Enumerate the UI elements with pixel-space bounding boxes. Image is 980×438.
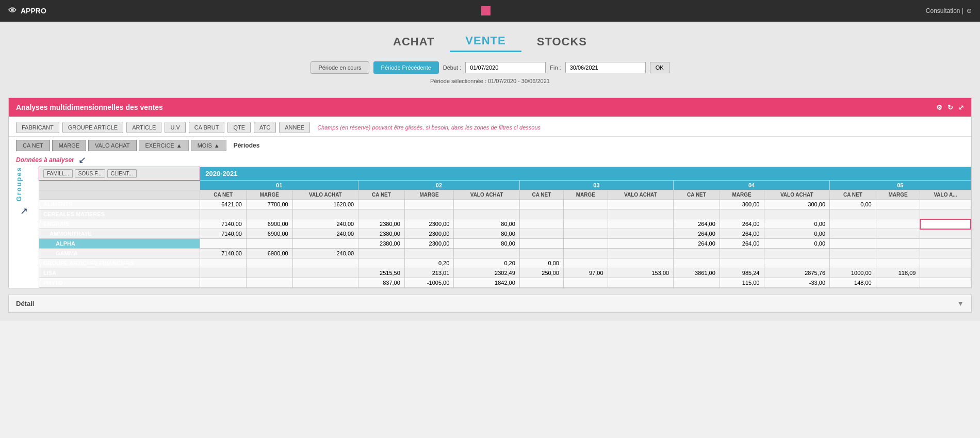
gamma-p03-canet xyxy=(519,249,563,258)
chip-sous-famille[interactable]: SOUS-F... xyxy=(75,169,105,178)
cereales-p02-canet xyxy=(358,209,405,219)
period-current-btn[interactable]: Période en cours xyxy=(311,61,369,74)
cereales-p01-canet xyxy=(200,209,247,219)
panel-expand-icon[interactable]: ⤢ xyxy=(958,104,964,111)
panel-refresh-icon[interactable]: ↻ xyxy=(948,104,953,111)
chip-annee[interactable]: ANNEE xyxy=(279,122,310,133)
aliments-p03-marge xyxy=(563,200,608,209)
ammo-p05-canet xyxy=(830,229,876,239)
period-selected-label: Période sélectionnée : 01/07/2020 - 30/0… xyxy=(0,76,980,89)
panel-settings-icon[interactable]: ⚙ xyxy=(936,104,942,111)
period-01-header: 01 xyxy=(200,181,358,190)
debut-input[interactable] xyxy=(465,62,546,73)
chip-valo-achat[interactable]: VALO ACHAT xyxy=(88,140,136,151)
engrais-p04-marge: 264,00 xyxy=(720,219,764,229)
chip-ca-brut[interactable]: CA BRUT xyxy=(189,122,225,133)
lisa-p01-canet xyxy=(200,268,247,278)
chip-exercice[interactable]: EXERCICE ▲ xyxy=(139,140,189,151)
ok-btn[interactable]: OK xyxy=(650,62,669,73)
engrais-p02-valo: 80,00 xyxy=(454,219,520,229)
phyto-p03-marge xyxy=(563,278,608,288)
col-p04-canet: CA NET xyxy=(674,190,720,200)
lisa-p02-canet: 2515,50 xyxy=(358,268,405,278)
gamma-p05-marge xyxy=(876,249,920,258)
chip-mois[interactable]: MOIS ▲ xyxy=(191,140,226,151)
chip-client[interactable]: CLIENT... xyxy=(107,169,137,178)
ammo-p02-marge: 2300,00 xyxy=(404,229,453,239)
chip-atc[interactable]: ATC xyxy=(254,122,276,133)
group-cell-gaf: GROUPE ARTICLES FINANCIERS xyxy=(39,258,200,268)
year-header: 2020-2021 xyxy=(200,167,971,181)
debut-label: Début : xyxy=(443,64,461,71)
gamma-p01-valo: 240,00 xyxy=(292,249,358,258)
chip-marge[interactable]: MARGE xyxy=(52,140,86,151)
col-p04-marge: MARGE xyxy=(720,190,764,200)
main-data-table: FAMILL... SOUS-F... CLIENT... 2020-2021 … xyxy=(39,167,971,288)
panel-header-icons: ⚙ ↻ ⤢ xyxy=(936,104,964,111)
gaf-p05-canet xyxy=(830,258,876,268)
gamma-p01-canet: 7140,00 xyxy=(200,249,247,258)
gaf-p04-canet xyxy=(720,258,764,268)
col-p01-valo: VALO ACHAT xyxy=(292,190,358,200)
engrais-p04-canet: 264,00 xyxy=(674,219,720,229)
chip-fabricant[interactable]: FABRICANT xyxy=(16,122,59,133)
aliments-p04-extra: 0,00 xyxy=(830,200,876,209)
header-group-row: FAMILL... SOUS-F... CLIENT... 2020-2021 xyxy=(39,167,971,181)
alpha-p02-valo: 80,00 xyxy=(454,239,520,249)
cereales-p04-valo xyxy=(764,209,830,219)
cereales-p04-marge xyxy=(720,209,764,219)
chip-groupe-article[interactable]: GROUPE ARTICLE xyxy=(62,122,123,133)
lisa-p04-valo: 2875,76 xyxy=(764,268,830,278)
tab-stocks[interactable]: STOCKS xyxy=(521,32,602,52)
phyto-p02-canet: 837,00 xyxy=(358,278,405,288)
groups-label: Groupes xyxy=(11,167,37,201)
table-body: ALIMENTS 6421,00 7780,00 1620,00 300,00 xyxy=(39,200,971,288)
col-p03-valo: VALO ACHAT xyxy=(608,190,674,200)
col-p02-valo: VALO ACHAT xyxy=(454,190,520,200)
cereales-p02-valo xyxy=(454,209,520,219)
detail-header[interactable]: Détail ▼ xyxy=(9,295,971,312)
period-previous-btn[interactable]: Période Précédente xyxy=(373,61,439,74)
tab-vente[interactable]: VENTE xyxy=(450,31,521,52)
mois-label: MOIS xyxy=(198,142,212,149)
alpha-p01-valo xyxy=(292,239,358,249)
phyto-p05-marge xyxy=(920,278,971,288)
lisa-p02-marge: 213,01 xyxy=(404,268,453,278)
table-row: GAMMA 7140,00 6900,00 240,00 xyxy=(39,249,971,258)
aliments-p01-canet: 6421,00 xyxy=(200,200,247,209)
chip-qte[interactable]: QTE xyxy=(227,122,251,133)
gamma-p02-marge xyxy=(404,249,453,258)
gaf-p01-canet xyxy=(200,258,247,268)
alpha-p02-marge: 2300,00 xyxy=(404,239,453,249)
lisa-p05-canet: 1000,00 xyxy=(830,268,876,278)
gamma-p04-marge xyxy=(720,249,764,258)
cereales-p02-marge xyxy=(404,209,453,219)
exercice-label: EXERCICE xyxy=(145,142,174,149)
ammo-p04-valo: 0,00 xyxy=(764,229,830,239)
gaf-p04-marge xyxy=(764,258,830,268)
chip-famille[interactable]: FAMILL... xyxy=(43,169,73,178)
donnees-row: Données à analyser ↙ xyxy=(9,152,971,167)
engrais-p03-marge xyxy=(563,219,608,229)
chip-uv[interactable]: U.V xyxy=(165,122,185,133)
aliments-p01-marge: 7780,00 xyxy=(246,200,292,209)
gamma-p04-valo xyxy=(764,249,830,258)
chip-ca-net[interactable]: CA NET xyxy=(16,140,50,151)
col-headers-row: CA NET MARGE VALO ACHAT CA NET MARGE VAL… xyxy=(39,190,971,200)
tab-achat[interactable]: ACHAT xyxy=(378,32,450,52)
engrais-p05-marge xyxy=(876,219,920,229)
engrais-p02-marge: 2300,00 xyxy=(404,219,453,229)
gaf-p02-marge: 0,20 xyxy=(404,258,453,268)
data-chips-row: CA NET MARGE VALO ACHAT EXERCICE ▲ MOIS … xyxy=(9,136,971,152)
cereales-p03-valo xyxy=(608,209,674,219)
lisa-p05-marge: 118,09 xyxy=(876,268,920,278)
group-cell-phyto: PHYTO xyxy=(39,278,200,288)
fin-input[interactable] xyxy=(565,62,646,73)
aliments-p03-canet xyxy=(519,200,563,209)
phyto-p02-valo: 1842,00 xyxy=(454,278,520,288)
ammo-p01-canet: 7140,00 xyxy=(200,229,247,239)
period-bar: Période en cours Période Précédente Débu… xyxy=(0,57,980,76)
period-03-header: 03 xyxy=(519,181,673,190)
user-icon[interactable]: ⊖ xyxy=(967,7,972,14)
chip-article[interactable]: ARTICLE xyxy=(126,122,161,133)
